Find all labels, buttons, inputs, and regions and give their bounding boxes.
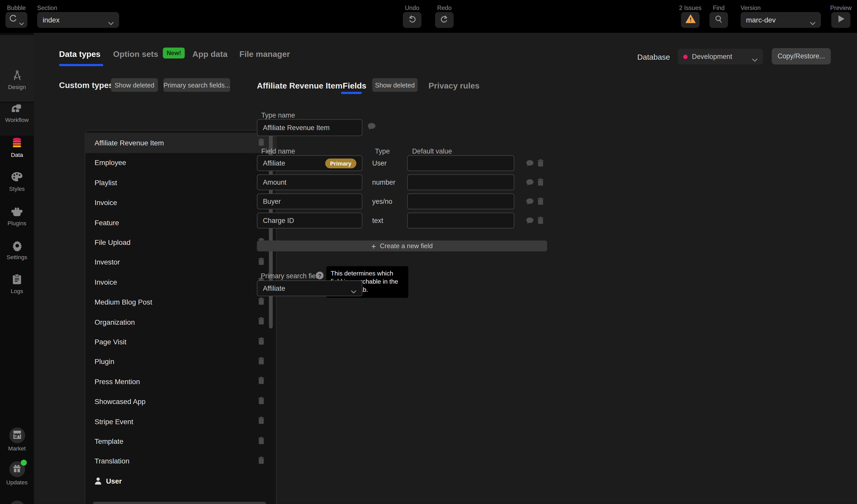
chevron-down-icon [752, 54, 758, 58]
custom-type-item[interactable]: Employee [85, 153, 276, 173]
show-deleted-fields-button[interactable]: Show deleted [372, 78, 418, 92]
create-field-button[interactable]: + Create a new field [257, 240, 547, 252]
version-select[interactable]: marc-dev [741, 12, 821, 28]
custom-type-item[interactable]: Organization [85, 312, 276, 332]
field-name-input[interactable]: Charge ID [257, 213, 363, 229]
delete-type-button[interactable] [258, 377, 265, 387]
delete-field-button[interactable] [537, 197, 544, 205]
tab-data-types[interactable]: Data types [59, 49, 101, 58]
sidebar-item-data[interactable]: Data [0, 137, 34, 158]
trash-icon [258, 337, 265, 346]
issues-button[interactable] [681, 12, 700, 28]
delete-type-button[interactable] [258, 417, 265, 426]
custom-type-item[interactable]: Feature [85, 213, 276, 233]
section-label: Section [37, 4, 57, 12]
field-comment-button[interactable] [526, 160, 534, 167]
custom-type-label: Organization [95, 318, 135, 326]
custom-type-item[interactable]: File Upload [85, 232, 276, 252]
delete-type-button[interactable] [258, 257, 265, 267]
sidebar-item-label: Workflow [5, 116, 29, 123]
field-name-input[interactable]: AffiliatePrimary [257, 155, 363, 171]
sidebar-item-market[interactable]: Market [0, 427, 34, 452]
sidebar-item-workflow[interactable]: Workflow [0, 102, 34, 123]
tab-privacy-rules[interactable]: Privacy rules [428, 81, 480, 90]
field-name-input[interactable]: Buyer [257, 194, 363, 209]
sidebar-item-settings[interactable]: Settings [0, 239, 34, 260]
custom-type-label: User [106, 477, 122, 485]
custom-type-item[interactable]: Invoice [85, 192, 276, 213]
field-name-input[interactable]: Amount [257, 174, 363, 190]
help-icon[interactable]: ? [316, 272, 324, 279]
delete-type-button[interactable] [258, 337, 265, 347]
default-value-input[interactable] [407, 155, 514, 171]
default-value-input[interactable] [407, 174, 514, 190]
delete-type-button[interactable] [258, 456, 265, 466]
delete-field-button[interactable] [537, 159, 544, 167]
custom-type-item[interactable]: Investor [85, 252, 276, 272]
sidebar-item-design[interactable]: Design [0, 69, 34, 90]
delete-type-button[interactable] [258, 138, 265, 148]
delete-type-button[interactable] [258, 297, 265, 307]
delete-field-button[interactable] [537, 217, 544, 224]
default-value-input[interactable] [407, 194, 514, 209]
sidebar-item-plugins[interactable]: Plugins [0, 205, 34, 226]
preview-button[interactable] [831, 12, 850, 28]
field-comment-button[interactable] [526, 179, 534, 186]
custom-types-title: Custom types [59, 80, 113, 89]
custom-type-item[interactable]: Medium Blog Post [85, 292, 276, 312]
copy-restore-button[interactable]: Copy/Restore... [772, 48, 831, 65]
sidebar-item-label: Plugins [7, 220, 26, 226]
create-custom-type-button[interactable]: + Create a new custom type [93, 502, 266, 504]
tab-file-manager[interactable]: File manager [239, 49, 290, 58]
primary-search-fields-button[interactable]: Primary search fields... [164, 78, 230, 92]
field-type-value: text [372, 217, 383, 225]
delete-type-button[interactable] [258, 357, 265, 367]
chevron-down-icon [351, 286, 356, 290]
primary-search-field-select[interactable]: Affiliate [257, 280, 363, 296]
custom-type-item[interactable]: User [85, 471, 276, 491]
section-value: index [43, 16, 108, 24]
custom-type-item[interactable]: Template [85, 431, 276, 452]
show-deleted-types-button[interactable]: Show deleted [111, 78, 158, 92]
field-comment-button[interactable] [526, 217, 534, 225]
custom-type-item[interactable]: Invoice [85, 272, 276, 292]
tab-option-sets[interactable]: Option sets [113, 49, 158, 58]
trash-icon [258, 317, 265, 326]
type-comment-button[interactable] [367, 122, 376, 131]
tab-app-data[interactable]: App data [192, 49, 228, 58]
custom-type-item[interactable]: Page Visit [85, 332, 276, 352]
preview-label: Preview [830, 4, 852, 12]
sidebar-item-updates[interactable]: Updates [0, 461, 34, 485]
create-field-label: Create a new field [380, 242, 433, 250]
sidebar-item-help[interactable]: ?Help [0, 501, 34, 504]
delete-type-button[interactable] [258, 317, 265, 327]
custom-type-item[interactable]: Plugin [85, 352, 276, 372]
version-label: Version [741, 4, 761, 12]
sidebar-item-label: Styles [9, 185, 25, 192]
redo-button[interactable] [435, 12, 454, 28]
custom-type-item[interactable]: Stripe Event [85, 411, 276, 432]
section-select[interactable]: index [37, 12, 119, 28]
bubble-logo-button[interactable] [5, 12, 27, 28]
find-button[interactable] [709, 12, 728, 28]
type-name-input[interactable]: Affiliate Revenue Item [257, 119, 363, 136]
environment-select[interactable]: Development [678, 49, 763, 65]
delete-type-button[interactable] [258, 436, 265, 446]
default-value-input[interactable] [407, 213, 514, 229]
delete-type-button[interactable] [258, 397, 265, 407]
tab-fields[interactable]: Fields [343, 81, 367, 90]
custom-type-item[interactable]: Press Mention [85, 372, 276, 392]
custom-type-item[interactable]: Affiliate Revenue Item [85, 133, 276, 153]
custom-type-item[interactable]: Playlist [85, 173, 276, 193]
updates-gift-icon [13, 464, 21, 475]
undo-button[interactable] [403, 12, 421, 28]
custom-type-item[interactable]: Translation [85, 451, 276, 471]
field-type-value: yes/no [372, 198, 392, 205]
sidebar: DesignWorkflowDataStylesPluginsSettingsL… [0, 33, 34, 504]
field-comment-button[interactable] [526, 198, 534, 205]
custom-type-item[interactable]: Showcased App [85, 391, 276, 411]
custom-type-label: Template [95, 437, 123, 446]
sidebar-item-logs[interactable]: Logs [0, 273, 34, 294]
sidebar-item-styles[interactable]: Styles [0, 171, 34, 192]
delete-field-button[interactable] [537, 178, 544, 186]
